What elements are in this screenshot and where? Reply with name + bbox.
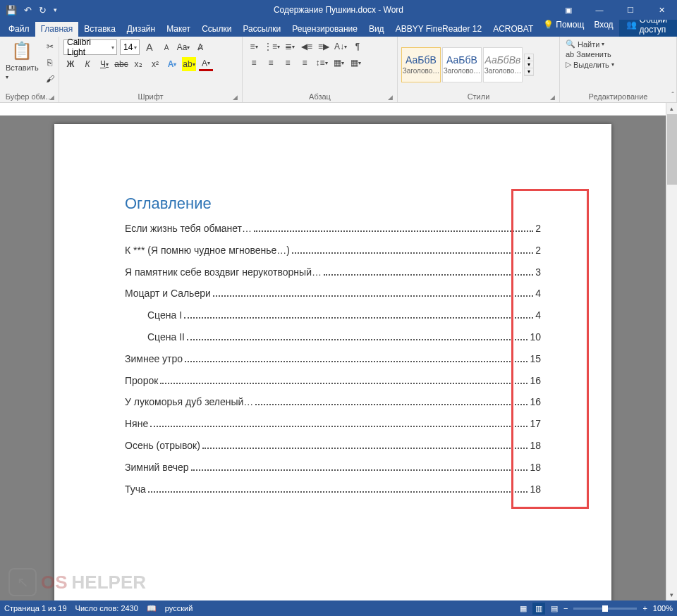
toc-entry[interactable]: Сцена I4: [125, 309, 541, 321]
tab-layout[interactable]: Макет: [161, 22, 196, 37]
style-heading2[interactable]: АаБбВЗаголово…: [442, 47, 482, 82]
decrease-indent-icon[interactable]: ◀≡: [300, 39, 314, 54]
ribbon-display-icon[interactable]: ▣: [553, 0, 584, 20]
shrink-font-icon[interactable]: A: [159, 40, 173, 54]
dialog-launcher-icon[interactable]: ◢: [233, 94, 238, 101]
increase-indent-icon[interactable]: ≡▶: [317, 39, 331, 54]
find-button[interactable]: 🔍Найти▾: [566, 39, 614, 49]
underline-button[interactable]: Ч: [97, 57, 111, 71]
multilevel-icon[interactable]: ≣: [283, 39, 297, 54]
page-indicator[interactable]: Страница 1 из 19: [4, 604, 67, 612]
toc-entry[interactable]: Зимнее утро15: [125, 353, 541, 365]
zoom-in-icon[interactable]: +: [642, 604, 647, 612]
cut-icon[interactable]: ✂: [43, 39, 57, 54]
minimize-icon[interactable]: —: [584, 0, 615, 20]
toc-entry[interactable]: Туча18: [125, 483, 541, 495]
toc-entry[interactable]: К *** (Я помню чудное мгновенье…)2: [125, 245, 541, 257]
sort-icon[interactable]: A↓: [334, 39, 348, 54]
dialog-launcher-icon[interactable]: ◢: [388, 94, 393, 101]
tab-references[interactable]: Ссылки: [196, 22, 237, 37]
toc-entry[interactable]: Пророк16: [125, 375, 541, 387]
spellcheck-icon[interactable]: 📖: [147, 604, 157, 613]
change-case-icon[interactable]: Aa: [176, 40, 190, 54]
toc-title[interactable]: Оглавление: [125, 195, 541, 213]
style-heading1[interactable]: АаБбВЗаголово…: [401, 47, 441, 82]
dialog-launcher-icon[interactable]: ◢: [550, 94, 555, 101]
tab-home[interactable]: Главная: [35, 22, 79, 37]
italic-button[interactable]: К: [80, 57, 94, 71]
paste-button[interactable]: 📋 Вставить: [3, 38, 42, 82]
font-name-combo[interactable]: Calibri Light: [63, 39, 117, 55]
highlight-icon[interactable]: ab: [182, 57, 196, 71]
select-button[interactable]: ▷Выделить▾: [566, 60, 614, 69]
maximize-icon[interactable]: ☐: [615, 0, 646, 20]
page[interactable]: Оглавление Если жизнь тебя обманет…2К **…: [54, 124, 611, 600]
subscript-button[interactable]: x₂: [131, 57, 145, 71]
close-icon[interactable]: ✕: [646, 0, 677, 20]
document-area[interactable]: Оглавление Если жизнь тебя обманет…2К **…: [0, 116, 666, 600]
language-indicator[interactable]: русский: [165, 604, 193, 612]
toc-entry[interactable]: Осень (отрывок)18: [125, 440, 541, 452]
expand-icon[interactable]: ▾: [525, 68, 533, 75]
print-layout-icon[interactable]: ▥: [532, 603, 545, 615]
replace-button[interactable]: abЗаменить: [566, 50, 614, 58]
copy-icon[interactable]: ⎘: [43, 56, 57, 70]
read-mode-icon[interactable]: ▦: [520, 604, 527, 613]
format-painter-icon[interactable]: 🖌: [43, 72, 57, 86]
toc-entry[interactable]: У лукоморья дуб зеленый…16: [125, 396, 541, 408]
toc-entry[interactable]: Моцарт и Сальери4: [125, 288, 541, 300]
save-icon[interactable]: 💾: [6, 5, 17, 16]
vertical-scrollbar[interactable]: ▴ ▾: [666, 103, 677, 600]
clear-format-icon[interactable]: A̷: [193, 40, 207, 54]
toc-entry[interactable]: Я памятник себе воздвиг нерукотворный…3: [125, 266, 541, 278]
bullets-icon[interactable]: ≡: [247, 39, 261, 54]
tab-acrobat[interactable]: ACROBAT: [487, 22, 539, 37]
qat-customize-icon[interactable]: ▾: [54, 6, 57, 13]
zoom-slider[interactable]: [573, 608, 637, 610]
toc-entry[interactable]: Если жизнь тебя обманет…2: [125, 223, 541, 235]
tab-view[interactable]: Вид: [363, 22, 390, 37]
collapse-ribbon-icon[interactable]: ˆ: [671, 91, 674, 99]
align-right-icon[interactable]: ≡: [281, 56, 295, 70]
zoom-level[interactable]: 100%: [653, 604, 673, 612]
align-center-icon[interactable]: ≡: [264, 56, 278, 70]
tab-design[interactable]: Дизайн: [121, 22, 161, 37]
style-heading3[interactable]: АаБбВвЗаголово…: [483, 47, 523, 82]
show-marks-icon[interactable]: ¶: [350, 39, 365, 54]
font-size-combo[interactable]: 14: [120, 39, 140, 55]
strike-button[interactable]: abc: [114, 57, 128, 71]
toc-entry[interactable]: Няне17: [125, 418, 541, 430]
align-left-icon[interactable]: ≡: [247, 56, 261, 70]
word-count[interactable]: Число слов: 2430: [75, 604, 138, 612]
tab-mailings[interactable]: Рассылки: [237, 22, 286, 37]
numbering-icon[interactable]: ⋮≡: [264, 39, 280, 54]
scroll-up-icon[interactable]: ▴: [666, 103, 677, 114]
font-color-icon[interactable]: A: [199, 57, 213, 71]
scroll-down-icon[interactable]: ▾: [666, 589, 677, 600]
chevron-up-icon[interactable]: ▴: [525, 54, 533, 61]
redo-icon[interactable]: ↻: [39, 5, 47, 16]
justify-icon[interactable]: ≡: [298, 56, 312, 70]
tab-abbyy[interactable]: ABBYY FineReader 12: [390, 22, 488, 37]
chevron-down-icon[interactable]: ▾: [525, 61, 533, 68]
grow-font-icon[interactable]: A: [142, 40, 157, 54]
zoom-out-icon[interactable]: −: [563, 604, 568, 612]
toc-entry[interactable]: Сцена II10: [125, 331, 541, 343]
superscript-button[interactable]: x²: [148, 57, 162, 71]
borders-icon[interactable]: ▦: [348, 56, 362, 70]
scroll-thumb[interactable]: [667, 114, 677, 185]
bold-button[interactable]: Ж: [63, 57, 78, 71]
text-effects-icon[interactable]: A: [165, 57, 179, 71]
undo-icon[interactable]: ↶: [24, 5, 32, 16]
shading-icon[interactable]: ▦: [331, 56, 346, 70]
tell-me[interactable]: 💡Помощ: [539, 20, 588, 30]
ruler[interactable]: [0, 103, 677, 116]
tab-file[interactable]: Файл: [3, 22, 35, 37]
styles-gallery-nav[interactable]: ▴▾▾: [524, 54, 534, 76]
tab-insert[interactable]: Вставка: [78, 22, 121, 37]
tab-review[interactable]: Рецензирование: [286, 22, 363, 37]
toc-entry[interactable]: Зимний вечер18: [125, 462, 541, 474]
line-spacing-icon[interactable]: ↕≡: [315, 56, 329, 70]
web-layout-icon[interactable]: ▤: [551, 604, 558, 613]
dialog-launcher-icon[interactable]: ◢: [49, 94, 54, 101]
